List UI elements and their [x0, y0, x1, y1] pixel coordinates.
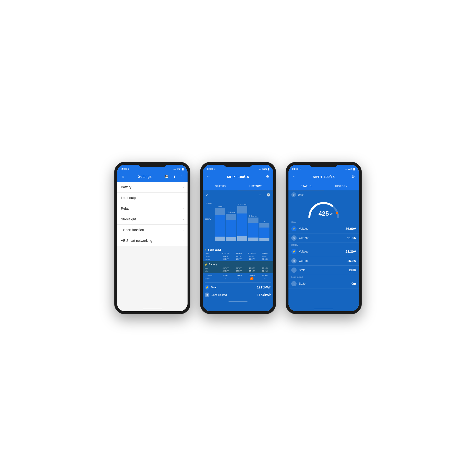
solar-data-section: Solar ⚡ Voltage 36.00V ◎ Current 11.8A [289, 220, 359, 243]
battery-voltage-label: Voltage [299, 250, 346, 253]
batt-max-v2: 29.78V [232, 267, 245, 270]
settings-item-load-output[interactable]: Load output › [117, 192, 187, 203]
settings-item-relay-label: Relay [121, 206, 130, 210]
divider [205, 282, 271, 283]
battery-current-icon: ◎ [291, 258, 297, 263]
errors-v3: 1 [245, 277, 258, 281]
chart-axis-top: 1.32kWh [205, 202, 212, 204]
phone-history: 09:00 ➤ ▪▪▪ WiFi ▉ ← MPPT 100/15 ⚙ [200, 162, 276, 314]
settings-item-relay[interactable]: Relay › [117, 203, 187, 214]
gear-icon[interactable]: ⚙ [265, 174, 270, 179]
phone1-battery-icon: ▉ [182, 168, 184, 170]
battery-stat-icon: ⚡ [205, 263, 207, 266]
pmax-label: P max [205, 255, 219, 257]
phone2-home-bar [203, 299, 273, 304]
vmax-label: V max [205, 258, 219, 260]
yield-v2: 946Wh [232, 252, 245, 255]
batt-min-v3: 24.42V [245, 270, 258, 272]
battery-stats-label: Battery [209, 263, 217, 266]
svg-point-0 [336, 212, 338, 214]
history-clock-icon[interactable]: 🕐 [267, 193, 270, 197]
gear-icon-3[interactable]: ⚙ [350, 174, 356, 179]
chevron-icon: › [183, 185, 184, 189]
solar-section-icon: ◎ [291, 192, 296, 197]
pmax-v4: 434W [258, 255, 271, 257]
chart-axis-mid: 659Wh [205, 218, 211, 220]
tab-status[interactable]: STATUS [203, 182, 238, 190]
consump-section: Consump. 65Wh 154Wh 214Wh 179Wh Errors –… [203, 273, 273, 281]
battery-state-row: … State Bulk [289, 266, 359, 275]
consump-v2: 154Wh [232, 274, 245, 276]
vmax-v1: 44.56V [219, 258, 232, 260]
solar-current-icon: ◎ [291, 235, 297, 241]
solar-voltage-label: Voltage [299, 227, 346, 230]
settings-item-tx-label: Tx port function [121, 228, 144, 232]
chart-col-4: 4 [259, 203, 270, 241]
cleared-icon: ↺ [205, 292, 209, 297]
batt-max-v4: 28.92V [258, 267, 271, 270]
expand-icon[interactable]: ⤢ [206, 193, 208, 197]
settings-item-tx-port[interactable]: Tx port function › [117, 225, 187, 235]
home-indicator-2 [228, 301, 248, 302]
chart-col-yesterday: Yesterday [226, 203, 236, 241]
settings-item-ve-smart[interactable]: VE.Smart networking › [117, 235, 187, 246]
load-state-value: On [352, 282, 356, 286]
phone1-home-bar [117, 306, 187, 311]
batt-min-v2: 24.58V [232, 270, 245, 272]
tab-status-3[interactable]: STATUS [289, 182, 324, 190]
settings-item-streetlight[interactable]: Streetlight › [117, 214, 187, 225]
solar-current-value: 11.8A [347, 236, 356, 240]
settings-item-battery-label: Battery [121, 185, 131, 189]
phone3-signal-icon: ▪▪▪ [345, 168, 347, 170]
chevron-icon: › [183, 239, 184, 242]
phone3-location-icon: ➤ [299, 168, 301, 170]
total-bolt-icon: ⚡ [205, 285, 209, 290]
status-header: ← MPPT 100/15 ⚙ [289, 171, 359, 182]
battery-label-row: Battery [289, 243, 359, 247]
batt-min-v1: 24.91V [219, 270, 232, 272]
battery-stats-section: ⚡ Battery max 29.70V 29.78V 38.85V 28.92… [203, 261, 273, 273]
battery-voltage-row: ⚡ Voltage 28.30V [289, 247, 359, 256]
consump-v3: 214Wh [245, 274, 258, 276]
phones-container: 09:00 ➤ ▪▪▪ WiFi ▉ ✕ Settings 💾 ⬆ ⋮ [114, 162, 362, 314]
back-icon[interactable]: ← [206, 174, 211, 179]
yield-v4: 871Wh [258, 252, 271, 255]
more-icon[interactable]: ⋮ [179, 174, 185, 179]
close-icon[interactable]: ✕ [120, 174, 126, 179]
status-spacer [289, 289, 359, 306]
solar-stats-label: Solar panel [208, 249, 221, 251]
home-indicator [143, 309, 162, 309]
load-state-row: … State On [289, 279, 359, 289]
vmax-v2: 44.67V [232, 258, 245, 260]
phone-status: 09:00 ➤ ▪▪▪ WiFi ▉ ← MPPT 100/15 ⚙ [286, 162, 362, 314]
phone3-time: 09:00 [292, 168, 298, 170]
settings-item-load-label: Load output [121, 196, 138, 200]
col-label-2days: 2 days ago [238, 204, 246, 205]
share-icon[interactable]: ⬆ [171, 175, 177, 178]
share-history-icon[interactable]: ⬆ [259, 193, 261, 197]
battery-state-icon: … [291, 268, 297, 273]
settings-item-battery[interactable]: Battery › [117, 182, 187, 192]
tab-history[interactable]: HISTORY [238, 182, 273, 190]
solar-voltage-icon: ⚡ [291, 226, 297, 231]
vmax-v3: 43.27V [245, 258, 258, 260]
battery-current-value: 15.0A [347, 259, 356, 263]
phone2-time: 09:00 [206, 168, 213, 170]
yield-v1: 1.23kWh [219, 252, 232, 255]
errors-v2: – [232, 277, 245, 281]
tab-history-3[interactable]: HISTORY [324, 182, 359, 190]
home-indicator-3 [314, 309, 333, 309]
chevron-icon: › [183, 228, 184, 232]
solar-stats-grid: Yield 1.23kWh 946Wh 1.23kWh 871Wh P max … [205, 252, 271, 260]
phone2-notch [224, 162, 252, 167]
save-icon[interactable]: 💾 [164, 175, 170, 178]
solar-voltage-row: ⚡ Voltage 36.00V [289, 224, 359, 234]
batt-max-label: max [205, 267, 219, 270]
solar-gauge: 425 W [291, 197, 356, 221]
back-icon-3[interactable]: ← [291, 174, 297, 179]
col-label-4: 4 [264, 221, 265, 222]
solar-voltage-value: 36.00V [346, 227, 356, 231]
battery-current-row: ◎ Current 15.0A [289, 256, 359, 266]
solar-current-label: Current [299, 236, 347, 240]
solar-stats-section: ☀ Solar panel Yield 1.23kWh 946Wh 1.23kW… [203, 247, 273, 261]
